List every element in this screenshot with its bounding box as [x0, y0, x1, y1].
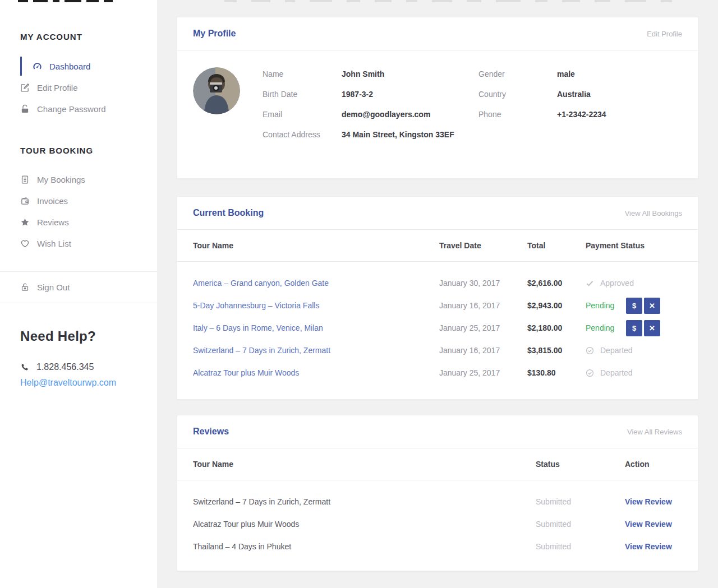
field-value-birth-date: 1987-3-2 [342, 84, 478, 104]
tour-name-link[interactable]: 5-Day Johannesburg – Victoria Falls [193, 301, 439, 310]
view-review-link[interactable]: View Review [625, 497, 682, 506]
total-amount: $2,616.00 [527, 279, 586, 288]
field-value-address: 34 Main Street, Kingston 33EF [342, 124, 478, 145]
sidebar: MY ACCOUNT Dashboard Edit Profile Change… [0, 0, 157, 588]
table-row: Switzerland – 7 Days in Zurich, Zermatt … [193, 339, 682, 362]
check-circle-icon [586, 369, 594, 377]
profile-details: Name John Smith Gender male Birth Date 1… [263, 64, 682, 145]
field-label: Gender [478, 64, 557, 84]
reviews-table-header: Tour Name Status Action [177, 448, 698, 480]
view-all-reviews-link[interactable]: View All Reviews [627, 428, 682, 436]
lock-icon [20, 104, 30, 114]
dashboard-icon [33, 62, 42, 71]
sidebar-item-label: Sign Out [37, 283, 70, 292]
status-label: Departed [600, 346, 633, 355]
status-label: Pending [586, 323, 626, 332]
view-review-link[interactable]: View Review [625, 542, 682, 551]
cutoff-content-top [224, 0, 672, 3]
table-row: Switzerland – 7 Days in Zurich, Zermatt … [193, 490, 682, 513]
field-label: Phone [478, 104, 557, 124]
sidebar-item-change-password[interactable]: Change Password [0, 98, 157, 119]
tour-name-link[interactable]: Italy – 6 Days in Rome, Venice, Milan [193, 323, 439, 332]
sidebar-item-reviews[interactable]: Reviews [0, 211, 157, 233]
sidebar-nav-booking: My Bookings Invoices Reviews Wish List [0, 169, 157, 254]
table-row: America – Grand canyon, Golden Gate Janu… [193, 272, 682, 294]
check-circle-icon [586, 346, 594, 355]
sidebar-item-edit-profile[interactable]: Edit Profile [0, 77, 157, 98]
tour-name: Thailand – 4 Days in Phuket [193, 542, 536, 551]
sidebar-item-label: Wish List [37, 239, 71, 248]
pay-button[interactable]: $ [626, 298, 642, 314]
review-status: Submitted [536, 520, 625, 529]
need-help-title: Need Help? [20, 328, 96, 344]
tour-name-link[interactable]: Alcatraz Tour plus Muir Woods [193, 368, 439, 377]
review-status: Submitted [536, 542, 625, 551]
help-phone-number: 1.828.456.345 [36, 362, 94, 372]
field-label: Name [263, 64, 342, 84]
view-all-bookings-link[interactable]: View All Bookings [625, 209, 682, 217]
sidebar-item-dashboard[interactable]: Dashboard [0, 55, 157, 77]
document-list-icon [20, 175, 30, 184]
field-value-country: Australia [557, 84, 682, 104]
sidebar-item-label: Reviews [37, 217, 69, 227]
field-label: Contact Address [263, 124, 342, 145]
col-travel-date: Travel Date [439, 241, 527, 250]
col-status: Status [536, 460, 625, 469]
cancel-booking-button[interactable]: ✕ [644, 298, 660, 314]
table-row: Alcatraz Tour plus Muir Woods January 25… [193, 362, 682, 384]
tour-name: Switzerland – 7 Days in Zurich, Zermatt [193, 497, 536, 506]
star-icon [20, 217, 30, 227]
help-phone-row: 1.828.456.345 [20, 362, 94, 372]
unlock-icon [20, 283, 30, 292]
payment-status: Pending $ ✕ [586, 320, 682, 336]
tour-name-link[interactable]: America – Grand canyon, Golden Gate [193, 279, 439, 288]
sidebar-section-my-account: MY ACCOUNT [20, 32, 82, 41]
field-value-email: demo@goodlayers.com [342, 104, 478, 124]
travel-date: January 16, 2017 [439, 346, 527, 355]
current-booking-card: Current Booking View All Bookings Tour N… [177, 196, 698, 400]
field-value-phone: +1-2342-2234 [557, 104, 682, 124]
sidebar-item-my-bookings[interactable]: My Bookings [0, 169, 157, 190]
sidebar-item-label: Invoices [37, 196, 68, 206]
total-amount: $2,180.00 [527, 323, 586, 332]
check-icon [586, 279, 594, 288]
cutoff-logo-fragment [18, 0, 113, 3]
sidebar-item-label: My Bookings [37, 175, 85, 184]
tour-name: Alcatraz Tour plus Muir Woods [193, 520, 536, 529]
reviews-card-title: Reviews [193, 427, 229, 437]
tour-name-link[interactable]: Switzerland – 7 Days in Zurich, Zermatt [193, 346, 439, 355]
sidebar-item-label: Edit Profile [37, 83, 78, 92]
travel-date: January 16, 2017 [439, 301, 527, 310]
total-amount: $130.80 [527, 368, 586, 377]
view-review-link[interactable]: View Review [625, 520, 682, 529]
help-email-link[interactable]: Help@traveltourwp.com [20, 378, 116, 388]
sidebar-item-wish-list[interactable]: Wish List [0, 233, 157, 254]
field-label: Email [263, 104, 342, 124]
sidebar-divider [0, 303, 157, 303]
field-value-name: John Smith [342, 64, 478, 84]
edit-profile-link[interactable]: Edit Profile [647, 30, 682, 38]
my-profile-card: My Profile Edit Profile [177, 17, 698, 179]
payment-status: Pending $ ✕ [586, 298, 682, 314]
table-row: 5-Day Johannesburg – Victoria Falls Janu… [193, 294, 682, 317]
phone-icon [20, 363, 29, 372]
cancel-booking-button[interactable]: ✕ [644, 320, 660, 336]
travel-date: January 30, 2017 [439, 279, 527, 288]
col-payment-status: Payment Status [586, 241, 682, 250]
col-total: Total [527, 241, 586, 250]
sidebar-item-label: Dashboard [49, 62, 90, 71]
profile-avatar [193, 67, 240, 114]
sidebar-item-sign-out[interactable]: Sign Out [0, 276, 157, 298]
wallet-icon [20, 196, 30, 206]
table-row: Alcatraz Tour plus Muir Woods Submitted … [193, 513, 682, 535]
sidebar-item-label: Change Password [37, 104, 106, 114]
col-action: Action [625, 460, 682, 469]
pay-button[interactable]: $ [626, 320, 642, 336]
heart-icon [20, 239, 30, 248]
profile-card-title: My Profile [193, 29, 236, 39]
travel-date: January 25, 2017 [439, 368, 527, 377]
total-amount: $2,943.00 [527, 301, 586, 310]
reviews-table-body: Switzerland – 7 Days in Zurich, Zermatt … [177, 480, 698, 558]
sidebar-section-tour-booking: TOUR BOOKING [20, 146, 93, 155]
sidebar-item-invoices[interactable]: Invoices [0, 190, 157, 211]
